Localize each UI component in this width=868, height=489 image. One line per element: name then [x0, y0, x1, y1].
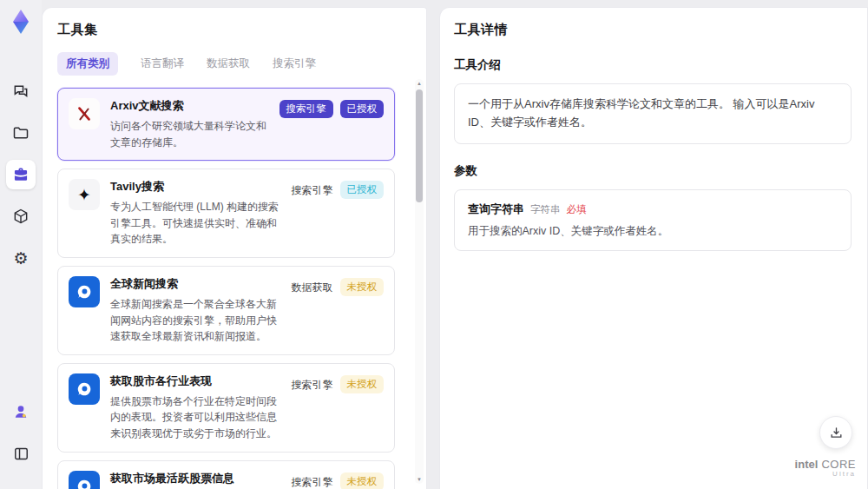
tool-item-tavily[interactable]: ✦ Tavily搜索 专为人工智能代理 (LLM) 构建的搜索引擎工具。可快速提…: [57, 169, 395, 258]
category-label: 搜索引擎: [292, 181, 333, 201]
param-description: 用于搜索的Arxiv ID、关键字或作者姓名。: [468, 224, 838, 239]
settings-gear-icon[interactable]: ⚙: [6, 243, 36, 273]
news-app-icon: [69, 471, 100, 489]
app-logo: [9, 9, 33, 38]
scroll-down-arrow[interactable]: ▼: [415, 475, 424, 484]
tool-list: Arxiv文献搜索 访问各个研究领域大量科学论文和文章的存储库。 搜索引擎 已授…: [57, 88, 407, 489]
tool-title: 获取股市各行业表现: [110, 373, 281, 389]
param-type: 字符串: [530, 203, 561, 216]
tab-data-fetch[interactable]: 数据获取: [207, 52, 250, 76]
status-badge: 已授权: [340, 181, 385, 199]
tab-translation[interactable]: 语言翻译: [141, 52, 184, 76]
chat-icon[interactable]: [6, 76, 36, 106]
tab-all-categories[interactable]: 所有类别: [57, 52, 118, 76]
news-app-icon: [69, 373, 100, 405]
category-label: 搜索引擎: [292, 375, 333, 395]
tab-search-engine[interactable]: 搜索引擎: [273, 52, 316, 76]
page-title: 工具集: [57, 22, 407, 38]
status-badge: 未授权: [340, 278, 385, 296]
scroll-up-arrow[interactable]: ▲: [415, 79, 424, 88]
tool-item-arxiv[interactable]: Arxiv文献搜索 访问各个研究领域大量科学论文和文章的存储库。 搜索引擎 已授…: [57, 88, 395, 161]
tool-description: 访问各个研究领域大量科学论文和文章的存储库。: [110, 118, 269, 150]
tool-item-most-active-stocks[interactable]: 获取市场最活跃股票信息 提供当天交易量最高的股票列表，投资者可以利用这些信息来识…: [57, 460, 395, 489]
tool-detail-panel: 工具详情 工具介绍 一个用于从Arxiv存储库搜索科学论文和文章的工具。 输入可…: [439, 7, 868, 489]
user-avatar-icon[interactable]: [6, 397, 36, 426]
intro-text: 一个用于从Arxiv存储库搜索科学论文和文章的工具。 输入可以是Arxiv ID…: [468, 96, 838, 132]
category-badge: 搜索引擎: [279, 100, 333, 118]
intro-box: 一个用于从Arxiv存储库搜索科学论文和文章的工具。 输入可以是Arxiv ID…: [454, 83, 852, 144]
status-badge: 已授权: [340, 100, 385, 118]
status-badge: 未授权: [340, 375, 385, 393]
category-tabs: 所有类别 语言翻译 数据获取 搜索引擎: [57, 52, 407, 76]
tool-description: 提供股票市场各个行业在特定时间段内的表现。投资者可以利用这些信息来识别表现优于或…: [110, 393, 281, 442]
tool-title: 获取市场最活跃股票信息: [110, 471, 281, 486]
arxiv-icon: [69, 98, 100, 129]
download-button[interactable]: [819, 416, 852, 449]
intro-section-title: 工具介绍: [454, 57, 852, 73]
category-label: 搜索引擎: [292, 472, 333, 489]
news-app-icon: [69, 276, 100, 307]
tool-description: 专为人工智能代理 (LLM) 构建的搜索引擎工具。可快速提供实时、准确和真实的结…: [110, 199, 281, 248]
tool-item-global-news[interactable]: 全球新闻搜索 全球新闻搜索是一个聚合全球各大新闻网站内容的搜索引擎，帮助用户快速…: [57, 266, 395, 355]
toolbox-icon[interactable]: [6, 160, 36, 189]
tool-description: 全球新闻搜索是一个聚合全球各大新闻网站内容的搜索引擎，帮助用户快速获取全球最新资…: [110, 296, 281, 345]
tool-list-panel: 工具集 所有类别 语言翻译 数据获取 搜索引擎 Arxiv文献搜索 访问各个研究…: [42, 7, 427, 489]
tool-title: 全球新闻搜索: [110, 276, 281, 292]
params-section-title: 参数: [454, 163, 852, 179]
list-scrollbar[interactable]: ▲ ▼: [415, 79, 424, 484]
panel-toggle-icon[interactable]: [6, 439, 36, 468]
param-box: 查询字符串 字符串 必填 用于搜索的Arxiv ID、关键字或作者姓名。: [454, 189, 852, 251]
detail-title: 工具详情: [454, 22, 852, 38]
tool-title: Arxiv文献搜索: [110, 98, 269, 114]
tavily-star-icon: ✦: [69, 179, 100, 210]
param-required-flag: 必填: [567, 203, 587, 216]
category-label: 数据获取: [292, 278, 333, 298]
status-badge: 未授权: [340, 472, 385, 489]
tool-title: Tavily搜索: [110, 179, 281, 195]
scrollbar-thumb[interactable]: [416, 89, 423, 202]
app-sidebar: ⚙: [0, 0, 42, 489]
package-icon[interactable]: [6, 202, 36, 231]
intel-core-logo: intel core Ultra: [795, 459, 856, 479]
folder-icon[interactable]: [6, 118, 36, 148]
tool-item-sector-performance[interactable]: 获取股市各行业表现 提供股票市场各个行业在特定时间段内的表现。投资者可以利用这些…: [57, 363, 395, 453]
param-name: 查询字符串: [468, 202, 524, 217]
